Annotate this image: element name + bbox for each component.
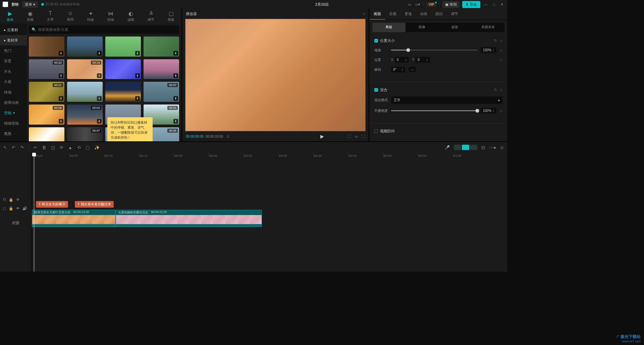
close-button[interactable]: ✕ — [499, 2, 504, 7]
category-item[interactable]: 故障动画 — [0, 97, 27, 108]
play-button[interactable]: ▶ — [320, 134, 324, 139]
tab-filter[interactable]: ◐滤镜 — [121, 9, 141, 23]
mirror-tool[interactable]: ▲ — [68, 145, 72, 150]
material-thumbnail[interactable]: ⬇ — [144, 59, 179, 79]
download-icon[interactable]: ⬇ — [59, 51, 63, 56]
download-icon[interactable]: ⬇ — [97, 96, 102, 101]
download-icon[interactable]: ⬇ — [59, 96, 63, 101]
tab-media[interactable]: ▶媒体 — [0, 9, 20, 23]
property-tab[interactable]: 跟踪 — [431, 9, 447, 20]
list-icon[interactable]: ☰ — [226, 134, 230, 139]
material-thumbnail[interactable]: ⬇ — [105, 59, 141, 79]
lock-icon[interactable]: 🔒 — [9, 206, 13, 211]
review-button[interactable]: ▣审阅 — [442, 1, 460, 8]
scale-value[interactable]: 100%▲▼ — [481, 47, 496, 53]
download-icon[interactable]: ⬇ — [135, 51, 140, 56]
eye-icon[interactable]: 👁 — [16, 206, 20, 210]
category-item[interactable]: 片头 — [0, 66, 27, 77]
reset-icon[interactable]: ↻ — [494, 88, 497, 92]
property-subtab[interactable]: 抠像 — [406, 23, 439, 32]
layout-dropdown-icon[interactable]: ▭▾ — [415, 2, 420, 7]
position-size-checkbox[interactable]: ✓ — [374, 39, 378, 43]
ai-tool[interactable]: ✨ — [94, 145, 100, 150]
category-item[interactable]: 绿幕 — [0, 139, 27, 141]
material-thumbnail[interactable]: 00:07⬇ — [67, 127, 103, 142]
category-item[interactable]: 空镜 ✦ — [0, 108, 27, 118]
mic-icon[interactable]: 🎤 — [444, 145, 450, 150]
download-icon[interactable]: ⬇ — [173, 119, 178, 124]
maximize-button[interactable]: □ — [491, 2, 496, 7]
tab-transition[interactable]: ⋈转场 — [101, 9, 121, 23]
tab-adjust[interactable]: ≚调节 — [141, 9, 161, 23]
material-thumbnail[interactable]: 00:07⬇ — [144, 82, 179, 102]
rotation-input[interactable]: 0°▲▼ — [391, 67, 405, 72]
property-subtab[interactable]: 美颜美体 — [472, 23, 505, 32]
property-subtab[interactable]: 基础 — [372, 23, 406, 32]
search-input[interactable]: 🔍搜索视频场景/元素 — [29, 25, 179, 34]
video-clip[interactable]: 唯美雪景冬天树叶雪景实拍00:00:12:00 — [32, 210, 116, 227]
material-thumbnail[interactable]: ⬇ — [105, 82, 141, 102]
export-button[interactable]: ⬆导出 — [462, 1, 480, 8]
blend-mode-select[interactable]: 正常▾ — [391, 96, 502, 104]
fullscreen-icon[interactable]: ⛶ — [361, 134, 365, 139]
player-viewport[interactable] — [185, 19, 366, 131]
category-cloud[interactable]: ▸ 云素材 — [0, 25, 27, 35]
split-tool[interactable]: ✂ — [34, 145, 37, 150]
material-thumbnail[interactable]: ⬇ — [29, 127, 64, 142]
property-tab[interactable]: 变速 — [400, 9, 416, 20]
property-subtab[interactable]: 蒙版 — [438, 23, 472, 32]
material-thumbnail[interactable]: ⬇ — [29, 37, 64, 57]
timeline-tracks[interactable]: |00:00|00:05|00:10|00:15|00:20|00:25|00:… — [32, 153, 507, 272]
scale-slider[interactable] — [391, 50, 477, 51]
tab-template[interactable]: ▢模板 — [161, 9, 181, 23]
text-clip[interactable]: T我在某年某月醒过来 — [75, 201, 114, 208]
property-tab[interactable]: 调节 — [447, 9, 462, 20]
material-thumbnail[interactable]: 00:15⬇ — [67, 59, 103, 79]
material-thumbnail[interactable]: 00:21⬇ — [29, 82, 64, 102]
material-thumbnail[interactable]: ⬇ — [67, 82, 103, 102]
download-icon[interactable]: ⬇ — [173, 51, 178, 56]
property-tab[interactable]: 动画 — [416, 9, 431, 20]
category-item[interactable]: 氛围 — [0, 129, 27, 139]
material-thumbnail[interactable]: 00:04⬇ — [67, 105, 103, 125]
keyframe-icon[interactable]: ◇ — [500, 48, 502, 52]
tab-text[interactable]: T文本 — [40, 9, 60, 23]
redo-button[interactable]: ↷ — [20, 145, 24, 150]
category-library[interactable]: ▸ 素材库 — [0, 35, 27, 46]
keyframe-icon[interactable]: ◇ — [500, 88, 502, 92]
property-tab[interactable]: 画面 — [370, 9, 385, 20]
download-icon[interactable]: ⬇ — [135, 73, 140, 78]
download-icon[interactable]: ⬇ — [135, 96, 140, 101]
material-thumbnail[interactable]: ⬇ — [67, 37, 103, 57]
speed-tool[interactable]: ⟳ — [60, 145, 63, 150]
player-menu-icon[interactable]: ≡ — [363, 12, 365, 16]
rotation-dial-icon[interactable]: — — [409, 67, 416, 72]
mute-icon[interactable]: 🔊 — [22, 206, 27, 211]
blend-checkbox[interactable]: ✓ — [374, 88, 378, 92]
select-tool[interactable]: ↖ — [3, 145, 7, 150]
download-icon[interactable]: ⬇ — [59, 73, 63, 78]
magnet-icon[interactable]: ⊟ — [481, 145, 485, 150]
preview-icon[interactable]: —● — [489, 145, 496, 150]
keyframe-icon[interactable]: ◇ — [500, 109, 502, 113]
download-icon[interactable]: ⬇ — [59, 119, 63, 124]
text-clip[interactable]: T听见冬天的离开 — [36, 201, 68, 208]
minimize-button[interactable]: — — [483, 2, 488, 7]
playhead[interactable] — [34, 153, 34, 272]
tab-sticker[interactable]: ☺贴纸 — [60, 9, 80, 23]
download-icon[interactable]: ⬇ — [173, 73, 178, 78]
zoom-mode-3[interactable] — [470, 145, 477, 150]
rotate-tool[interactable]: ⟲ — [77, 145, 81, 150]
property-tab[interactable]: 音频 — [385, 9, 400, 20]
time-ruler[interactable]: |00:00|00:05|00:10|00:15|00:20|00:25|00:… — [32, 153, 507, 159]
crop-icon[interactable]: ⛶ — [347, 134, 351, 139]
crop-tool[interactable]: ◫ — [51, 145, 55, 150]
material-thumbnail[interactable]: 00:08⬇ — [29, 105, 64, 125]
opacity-slider[interactable] — [391, 110, 477, 111]
zoom-slider-icon[interactable]: ⊙ — [500, 145, 504, 150]
category-item[interactable]: 背景 — [0, 56, 27, 66]
delete-tool[interactable]: 🗑 — [42, 145, 46, 150]
ratio-icon[interactable]: ▭ — [355, 134, 358, 139]
tab-effects[interactable]: ✦特效 — [80, 9, 101, 23]
menu-button[interactable]: 菜单▾ — [22, 1, 38, 8]
